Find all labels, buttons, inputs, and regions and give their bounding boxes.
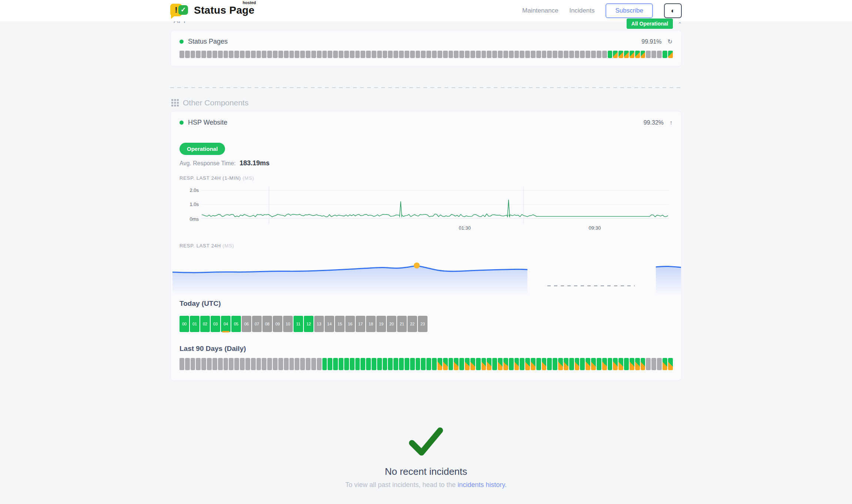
hour-cell-16: 16 xyxy=(345,316,355,332)
brand-icon: ! ✓ xyxy=(170,3,189,19)
nav-maintenance[interactable]: Maintenance xyxy=(522,7,558,14)
big-checkmark-icon xyxy=(407,425,445,459)
daily-uptime-bar xyxy=(580,358,585,370)
uptime-bar xyxy=(663,51,667,58)
uptime-bar xyxy=(366,51,371,58)
x-tick: 09:30 xyxy=(589,225,601,231)
daily-uptime-bar xyxy=(635,358,640,370)
refresh-icon[interactable]: ↻ xyxy=(668,38,672,45)
hour-cell-13: 13 xyxy=(314,316,324,332)
header-nav: Maintenance Incidents Subscribe ◐ xyxy=(522,3,682,18)
daily-uptime-bar xyxy=(536,358,541,370)
hour-cell-00: 00 xyxy=(180,316,189,332)
daily-uptime-bar xyxy=(421,358,426,370)
no-incidents-subtitle: To view all past incidents, head to the … xyxy=(0,481,852,489)
theme-toggle-button[interactable]: ◐ xyxy=(664,3,682,18)
chart-unit-label: (MS) xyxy=(242,175,254,181)
subscribe-button[interactable]: Subscribe xyxy=(606,3,653,18)
uptime-percentage: 99.32% xyxy=(644,119,664,126)
y-tick-2s: 2.0s xyxy=(182,187,199,193)
uptime-bar xyxy=(399,51,404,58)
uptime-bar xyxy=(575,51,580,58)
uptime-bar xyxy=(207,51,212,58)
hsp-website-card: HSP Website 99.32% ↑ Operational Avg. Re… xyxy=(170,111,682,381)
uptime-bar xyxy=(564,51,568,58)
uptime-bar xyxy=(651,51,656,58)
daily-uptime-bar xyxy=(564,358,568,370)
daily-uptime-bar xyxy=(322,358,327,370)
theme-contrast-icon: ◐ xyxy=(671,7,675,14)
uptime-bar xyxy=(421,51,426,58)
uptime-bar xyxy=(449,51,453,58)
uptime-bar xyxy=(410,51,415,58)
uptime-bar xyxy=(580,51,585,58)
daily-uptime-bar xyxy=(443,358,448,370)
brand-logo[interactable]: ! ✓ Status Page hosted xyxy=(170,2,255,19)
daily-uptime-bar xyxy=(317,358,322,370)
daily-uptime-bar xyxy=(459,358,464,370)
daily-uptime-bar xyxy=(234,358,239,370)
x-tick: 01:30 xyxy=(459,225,471,231)
hour-cell-22: 22 xyxy=(407,316,417,332)
uptime-bar xyxy=(289,51,294,58)
nav-incidents[interactable]: Incidents xyxy=(569,7,594,14)
hour-cell-21: 21 xyxy=(397,316,407,332)
uptime-bar xyxy=(295,51,299,58)
overall-status-badge[interactable]: All Operational xyxy=(627,18,673,29)
uptime-bar xyxy=(476,51,481,58)
uptime-bar xyxy=(553,51,557,58)
header: ! ✓ Status Page hosted Maintenance Incid… xyxy=(0,0,852,21)
daily-uptime-bar xyxy=(613,358,618,370)
daily-uptime-bar xyxy=(240,358,245,370)
daily-uptime-bar xyxy=(207,358,212,370)
daily-uptime-bar xyxy=(608,358,613,370)
daily-uptime-bar xyxy=(454,358,459,370)
daily-uptime-bar xyxy=(399,358,404,370)
daily-uptime-bar xyxy=(531,358,536,370)
daily-uptime-bar xyxy=(405,358,409,370)
daily-uptime-bar xyxy=(646,358,651,370)
uptime-percentage: 99.91% xyxy=(641,38,661,45)
no-incidents-title: No recent incidents xyxy=(0,466,852,477)
uptime-bar xyxy=(278,51,283,58)
check-square-icon: ✓ xyxy=(178,5,188,15)
response-time-line-chart: 2.0s1.0s0ms01:3009:30 xyxy=(180,187,672,232)
uptime-bar xyxy=(377,51,382,58)
uptime-bar xyxy=(212,51,217,58)
daily-uptime-bar xyxy=(306,358,311,370)
daily-uptime-bar xyxy=(432,358,437,370)
grid-icon xyxy=(171,99,179,107)
other-components-title: Other Components xyxy=(183,98,248,107)
uptime-bar xyxy=(267,51,272,58)
daily-uptime-bar xyxy=(300,358,305,370)
daily-uptime-bar xyxy=(393,358,398,370)
uptime-bar xyxy=(503,51,508,58)
brand-name: Status Page xyxy=(194,4,255,16)
hour-cell-19: 19 xyxy=(376,316,386,332)
no-data-dashed-line xyxy=(547,285,635,286)
uptime-bar xyxy=(492,51,497,58)
status-page: API ! ✓ Status Page hosted Maintenance I… xyxy=(0,0,852,504)
daily-uptime-bar xyxy=(487,358,492,370)
daily-uptime-bar xyxy=(267,358,272,370)
incidents-history-link[interactable]: incidents history xyxy=(457,481,505,488)
uptime-bar xyxy=(520,51,524,58)
daily-uptime-bar xyxy=(547,358,552,370)
daily-uptime-bar xyxy=(295,358,299,370)
uptime-bar xyxy=(234,51,239,58)
section-divider xyxy=(170,87,682,88)
daily-uptime-bar xyxy=(410,358,415,370)
daily-uptime-bar xyxy=(180,358,184,370)
chevron-up-icon[interactable]: ⌃ xyxy=(677,21,682,28)
uptime-bars-row xyxy=(180,51,672,58)
uptime-bar xyxy=(498,51,503,58)
daily-uptime-bar xyxy=(465,358,470,370)
hour-cell-15: 15 xyxy=(335,316,345,332)
component-name: HSP Website xyxy=(188,119,227,126)
daily-uptime-bar xyxy=(558,358,563,370)
uptime-bar xyxy=(383,51,388,58)
hour-cell-06: 06 xyxy=(242,316,251,332)
trend-up-icon[interactable]: ↑ xyxy=(670,119,672,126)
uptime-bar xyxy=(437,51,442,58)
avg-response-label: Avg. Response Time: xyxy=(180,160,236,166)
